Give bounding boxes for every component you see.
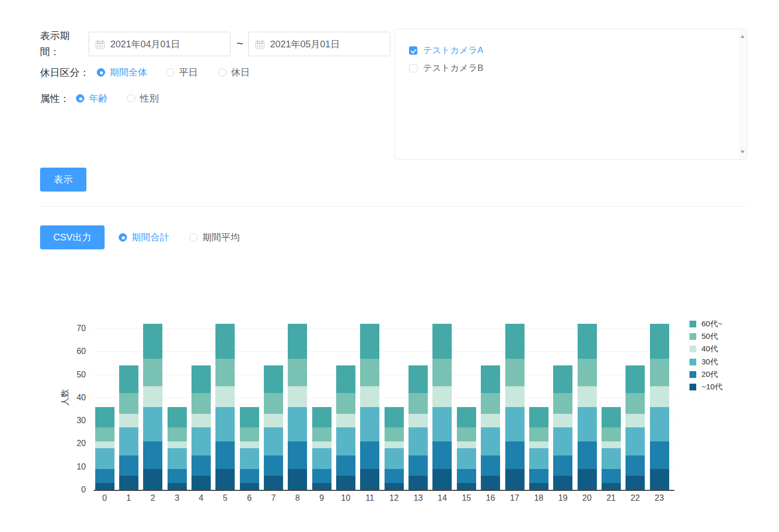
bar-segment-~10代[interactable] [143, 469, 162, 490]
bar-segment-50代[interactable] [312, 427, 331, 441]
legend-item-20代[interactable]: 20代 [689, 371, 722, 378]
bar-segment-60代~[interactable] [553, 365, 572, 393]
bar-segment-~10代[interactable] [288, 469, 307, 490]
bar-segment-~10代[interactable] [650, 469, 669, 490]
bar-segment-60代~[interactable] [602, 407, 621, 428]
legend-item-50代[interactable]: 50代 [689, 333, 722, 340]
bar-segment-20代[interactable] [191, 455, 211, 476]
bar-segment-30代[interactable] [432, 407, 452, 441]
bar-segment-~10代[interactable] [264, 476, 283, 490]
bar-segment-~10代[interactable] [240, 483, 259, 490]
bar-segment-40代[interactable] [168, 441, 187, 448]
bar-segment-~10代[interactable] [360, 469, 379, 490]
bar-segment-20代[interactable] [578, 441, 597, 469]
bar-segment-30代[interactable] [602, 448, 621, 469]
bar-segment-20代[interactable] [553, 455, 572, 476]
bar-segment-20代[interactable] [408, 455, 428, 476]
bar-segment-40代[interactable] [336, 414, 355, 428]
bar-segment-30代[interactable] [553, 427, 572, 455]
bar-segment-~10代[interactable] [95, 483, 114, 490]
bar-segment-40代[interactable] [215, 386, 235, 407]
bar-segment-~10代[interactable] [625, 476, 645, 490]
bar-segment-30代[interactable] [336, 427, 355, 455]
bar-segment-20代[interactable] [336, 455, 355, 476]
bar-segment-30代[interactable] [288, 407, 307, 441]
bar-segment-30代[interactable] [215, 407, 235, 441]
bar-segment-50代[interactable] [529, 427, 548, 441]
bar-segment-20代[interactable] [481, 455, 500, 476]
bar-segment-40代[interactable] [578, 386, 597, 407]
bar-segment-40代[interactable] [602, 441, 621, 448]
bar-segment-20代[interactable] [240, 469, 259, 483]
bar-segment-50代[interactable] [119, 393, 138, 414]
bar-segment-60代~[interactable] [360, 324, 379, 358]
bar-segment-50代[interactable] [240, 427, 259, 441]
bar-segment-40代[interactable] [385, 441, 404, 448]
bar-segment-20代[interactable] [529, 469, 548, 483]
bar-segment-~10代[interactable] [312, 483, 331, 490]
bar-segment-60代~[interactable] [481, 365, 500, 393]
bar-segment-30代[interactable] [457, 448, 476, 469]
bar-segment-20代[interactable] [602, 469, 621, 483]
bar-segment-40代[interactable] [264, 414, 283, 428]
bar-segment-20代[interactable] [385, 469, 404, 483]
bar-segment-40代[interactable] [240, 441, 259, 448]
bar-segment-40代[interactable] [95, 441, 114, 448]
bar-segment-30代[interactable] [529, 448, 548, 469]
bar-segment-40代[interactable] [481, 414, 500, 428]
bar-segment-60代~[interactable] [432, 324, 452, 358]
bar-segment-60代~[interactable] [505, 324, 525, 358]
bar-segment-40代[interactable] [432, 386, 452, 407]
bar-segment-50代[interactable] [385, 427, 404, 441]
bar-segment-50代[interactable] [95, 427, 114, 441]
bar-segment-~10代[interactable] [505, 469, 525, 490]
bar-segment-50代[interactable] [360, 359, 379, 386]
bar-segment-50代[interactable] [191, 393, 211, 414]
bar-segment-40代[interactable] [553, 414, 572, 428]
bar-segment-20代[interactable] [288, 441, 307, 469]
bar-segment-60代~[interactable] [457, 407, 476, 428]
bar-segment-~10代[interactable] [168, 483, 187, 490]
bar-segment-20代[interactable] [457, 469, 476, 483]
bar-segment-~10代[interactable] [215, 469, 235, 490]
bar-segment-30代[interactable] [625, 427, 645, 455]
bar-segment-~10代[interactable] [578, 469, 597, 490]
bar-segment-30代[interactable] [481, 427, 500, 455]
bar-segment-30代[interactable] [240, 448, 259, 469]
bar-segment-50代[interactable] [457, 427, 476, 441]
bar-segment-40代[interactable] [191, 414, 211, 428]
bar-segment-~10代[interactable] [529, 483, 548, 490]
legend-item-40代[interactable]: 40代 [689, 346, 722, 352]
bar-segment-20代[interactable] [95, 469, 114, 483]
bar-segment-50代[interactable] [143, 359, 162, 386]
bar-segment-50代[interactable] [481, 393, 500, 414]
bar-segment-40代[interactable] [312, 441, 331, 448]
legend-item-~10代[interactable]: ~10代 [689, 384, 722, 390]
bar-segment-30代[interactable] [168, 448, 187, 469]
bar-segment-40代[interactable] [505, 386, 525, 407]
bar-segment-20代[interactable] [312, 469, 331, 483]
legend-item-60代~[interactable]: 60代~ [689, 321, 722, 327]
bar-segment-50代[interactable] [168, 427, 187, 441]
bar-segment-20代[interactable] [168, 469, 187, 483]
bar-segment-40代[interactable] [457, 441, 476, 448]
bar-segment-~10代[interactable] [408, 476, 428, 490]
bar-segment-20代[interactable] [360, 441, 379, 469]
bar-segment-60代~[interactable] [408, 365, 428, 393]
bar-segment-60代~[interactable] [168, 407, 187, 428]
bar-segment-40代[interactable] [625, 414, 645, 428]
bar-segment-20代[interactable] [505, 441, 525, 469]
bar-segment-60代~[interactable] [578, 324, 597, 358]
bar-segment-60代~[interactable] [95, 407, 114, 428]
bar-segment-20代[interactable] [143, 441, 162, 469]
bar-segment-20代[interactable] [264, 455, 283, 476]
bar-segment-60代~[interactable] [336, 365, 355, 393]
bar-segment-50代[interactable] [625, 393, 645, 414]
bar-segment-30代[interactable] [505, 407, 525, 441]
bar-segment-20代[interactable] [215, 441, 235, 469]
bar-segment-60代~[interactable] [191, 365, 211, 393]
bar-segment-20代[interactable] [625, 455, 645, 476]
bar-segment-50代[interactable] [288, 359, 307, 386]
bar-segment-60代~[interactable] [264, 365, 283, 393]
bar-segment-30代[interactable] [408, 427, 428, 455]
